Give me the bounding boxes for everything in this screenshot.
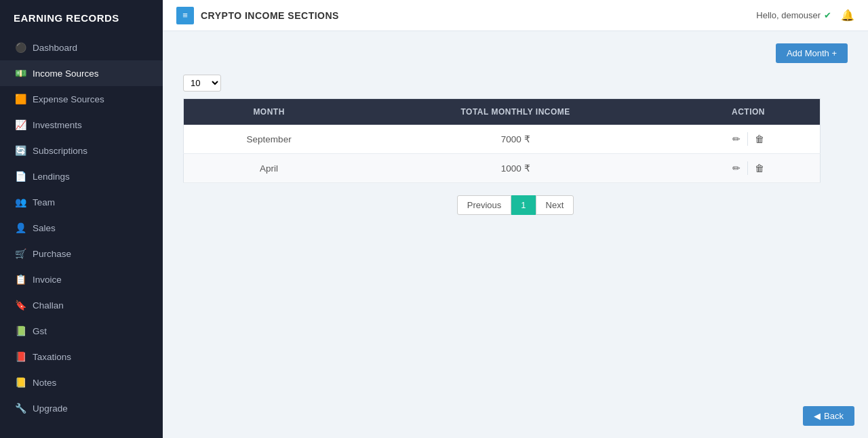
sidebar-label-notes: Notes [33,378,56,388]
cell-action: ✏🗑 [677,125,821,154]
sidebar-item-sales[interactable]: 👤Sales [0,215,163,241]
page-title: CRYPTO INCOME SECTIONS [201,10,339,21]
back-arrow-icon: ◀ [814,411,821,421]
challan-icon: 🔖 [14,300,27,311]
sidebar-item-notes[interactable]: 📒Notes [0,370,163,395]
edit-button[interactable]: ✏ [732,163,741,174]
sidebar-label-taxations: Taxations [33,352,71,362]
sidebar-nav: ⚫Dashboard💵Income Sources🟧Expense Source… [0,35,163,421]
cell-action: ✏🗑 [677,154,821,183]
sidebar-item-gst[interactable]: 📗Gst [0,318,163,344]
content-area: Add Month + 102550100 MONTH TOTAL MONTHL… [163,31,868,438]
col-header-month: MONTH [184,99,355,125]
previous-button[interactable]: Previous [457,195,512,215]
per-page-select[interactable]: 102550100 [183,75,221,92]
sidebar-label-investments: Investments [33,120,82,130]
cell-income: 7000 ₹ [354,125,677,154]
main-panel: ≡ CRYPTO INCOME SECTIONS Hello, demouser… [163,0,868,438]
purchase-icon: 🛒 [14,248,27,259]
cell-month: April [184,154,355,183]
upgrade-icon: 🔧 [14,403,27,414]
expense-sources-icon: 🟧 [14,94,27,104]
sidebar-label-subscriptions: Subscriptions [33,146,87,156]
sidebar: EARNING RECORDS ⚫Dashboard💵Income Source… [0,0,163,438]
sidebar-label-lendings: Lendings [33,172,70,182]
taxations-icon: 📕 [14,351,27,362]
subscriptions-icon: 🔄 [14,145,27,156]
cell-income: 1000 ₹ [354,154,677,183]
sidebar-label-challan: Challan [33,300,64,311]
user-greeting: Hello, demouser ✔ [756,10,831,20]
sidebar-label-sales: Sales [33,223,56,233]
sidebar-item-investments[interactable]: 📈Investments [0,112,163,138]
sidebar-item-income-sources[interactable]: 💵Income Sources [0,60,163,86]
vertical-divider [747,132,748,146]
delete-button[interactable]: 🗑 [755,134,764,144]
sidebar-label-expense-sources: Expense Sources [33,94,104,104]
sidebar-item-challan[interactable]: 🔖Challan [0,292,163,318]
sidebar-item-purchase[interactable]: 🛒Purchase [0,241,163,266]
verified-icon: ✔ [824,10,831,20]
lendings-icon: 📄 [14,171,27,182]
sidebar-label-team: Team [33,197,55,207]
sidebar-item-upgrade[interactable]: 🔧Upgrade [0,395,163,421]
sidebar-item-subscriptions[interactable]: 🔄Subscriptions [0,138,163,163]
vertical-divider [747,161,748,175]
sidebar-item-lendings[interactable]: 📄Lendings [0,163,163,189]
notes-icon: 📒 [14,377,27,388]
col-header-income: TOTAL MONTHLY INCOME [354,99,677,125]
sidebar-label-upgrade: Upgrade [33,403,68,414]
team-icon: 👥 [14,197,27,207]
col-header-action: ACTION [677,99,821,125]
income-sources-icon: 💵 [14,68,27,79]
sidebar-title: EARNING RECORDS [0,0,163,35]
sidebar-item-expense-sources[interactable]: 🟧Expense Sources [0,86,163,112]
dashboard-icon: ⚫ [14,42,27,53]
sidebar-item-team[interactable]: 👥Team [0,189,163,215]
sidebar-label-income-sources: Income Sources [33,68,99,79]
edit-button[interactable]: ✏ [732,134,741,144]
sidebar-label-gst: Gst [33,326,47,336]
bell-icon[interactable]: 🔔 [841,9,854,22]
sidebar-label-purchase: Purchase [33,249,71,259]
back-button[interactable]: ◀ Back [803,406,854,426]
delete-button[interactable]: 🗑 [755,163,764,174]
sidebar-item-dashboard[interactable]: ⚫Dashboard [0,35,163,60]
invoice-icon: 📋 [14,274,27,285]
sales-icon: 👤 [14,222,27,233]
topbar-right: Hello, demouser ✔ 🔔 [756,9,854,22]
topbar-left: ≡ CRYPTO INCOME SECTIONS [176,7,339,24]
sidebar-item-invoice[interactable]: 📋Invoice [0,266,163,292]
per-page-container: 102550100 [183,75,848,92]
page-number-1[interactable]: 1 [511,195,535,215]
gst-icon: 📗 [14,325,27,336]
next-button[interactable]: Next [536,195,574,215]
investments-icon: 📈 [14,119,27,130]
pagination: Previous 1 Next [183,195,848,215]
back-label: Back [824,411,844,421]
income-table: MONTH TOTAL MONTHLY INCOME ACTION Septem… [183,98,821,183]
sidebar-label-dashboard: Dashboard [33,43,77,53]
cell-month: September [184,125,355,154]
table-row: September7000 ₹✏🗑 [184,125,821,154]
sidebar-item-taxations[interactable]: 📕Taxations [0,344,163,370]
sidebar-label-invoice: Invoice [33,275,62,285]
topbar: ≡ CRYPTO INCOME SECTIONS Hello, demouser… [163,0,868,31]
topbar-menu-icon: ≡ [176,7,194,24]
add-month-button[interactable]: Add Month + [776,43,848,63]
table-row: April1000 ₹✏🗑 [184,154,821,183]
